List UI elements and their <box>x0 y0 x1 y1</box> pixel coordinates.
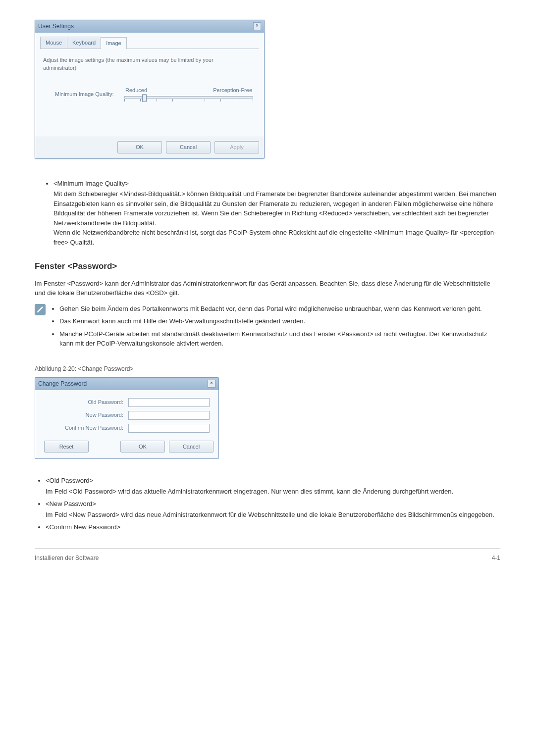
ok-button[interactable]: OK <box>117 141 162 153</box>
dialog-button-row: OK Cancel Apply <box>35 137 264 158</box>
dialog-titlebar: User Settings × <box>35 20 264 33</box>
tab-mouse[interactable]: Mouse <box>40 37 67 49</box>
tab-keyboard[interactable]: Keyboard <box>67 37 101 49</box>
list-item: Gehen Sie beim Ändern des Portalkennwort… <box>59 304 500 314</box>
close-icon[interactable]: × <box>208 380 215 388</box>
list-item: Manche PCoIP-Geräte arbeiten mit standar… <box>59 329 500 349</box>
bullet-body: Im Feld <New Password> wird das neue Adm… <box>46 511 494 518</box>
reset-button[interactable]: Reset <box>44 441 89 453</box>
change-password-dialog: Change Password × Old Password: New Pass… <box>35 377 219 459</box>
bullet-title: <Minimum Image Quality> <box>54 179 500 189</box>
footer-left: Installieren der Software <box>35 554 99 562</box>
list-item: <Minimum Image Quality> Mit dem Schieber… <box>54 179 500 248</box>
form-row-confirm-password: Confirm New Password: <box>38 422 215 435</box>
list-item: Das Kennwort kann auch mit Hilfe der Web… <box>59 316 500 326</box>
bullet-title: <Confirm New Password> <box>46 522 500 532</box>
bullet-title: <Old Password> <box>46 476 500 486</box>
new-password-label: New Password: <box>44 411 128 419</box>
new-password-input[interactable] <box>128 411 210 420</box>
old-password-label: Old Password: <box>44 398 128 406</box>
note-icon <box>35 304 46 315</box>
bullet-body: Im Feld <Old Password> wird das aktuelle… <box>46 488 453 495</box>
callout-list: Gehen Sie beim Ändern des Portalkennwort… <box>51 304 500 352</box>
list-item: <Confirm New Password> <box>46 522 500 532</box>
dialog-title: Change Password <box>38 379 87 388</box>
slider-row: Minimum Image Quality: Reduced Perceptio… <box>40 86 259 132</box>
page-footer: Installieren der Software 4-1 <box>35 554 500 562</box>
slider-min-label: Reduced <box>125 86 147 95</box>
settings-note: Adjust the image settings (the maximum v… <box>43 56 241 72</box>
list-item: <Old Password> Im Feld <Old Password> wi… <box>46 476 500 496</box>
section-intro: Im Fenster <Password> kann der Administr… <box>35 279 500 298</box>
slider-thumb[interactable] <box>142 94 147 102</box>
cancel-button[interactable]: Cancel <box>166 141 211 153</box>
confirm-password-label: Confirm New Password: <box>44 424 128 432</box>
confirm-password-input[interactable] <box>128 424 210 433</box>
footer-divider <box>35 548 500 549</box>
section-heading: Fenster <Password> <box>35 260 500 273</box>
image-quality-bullets: <Minimum Image Quality> Mit dem Schieber… <box>35 179 500 248</box>
form-row-old-password: Old Password: <box>38 396 215 409</box>
close-icon[interactable]: × <box>253 22 261 30</box>
bullet-body: Wenn die Netzwerkbandbreite nicht beschr… <box>54 229 496 246</box>
note-callout: Gehen Sie beim Ändern des Portalkennwort… <box>35 304 500 352</box>
ok-button[interactable]: OK <box>120 441 165 453</box>
dialog-titlebar: Change Password × <box>35 378 218 390</box>
dialog-button-row: Reset OK Cancel <box>35 437 218 459</box>
dialog-title: User Settings <box>38 22 74 31</box>
figure-caption: Abbildung 2-20: <Change Password> <box>35 364 500 373</box>
dialog-body: Old Password: New Password: Confirm New … <box>35 390 218 437</box>
user-settings-dialog: User Settings × Mouse Keyboard Image Adj… <box>35 20 265 159</box>
dialog-body: Mouse Keyboard Image Adjust the image se… <box>35 33 264 137</box>
form-row-new-password: New Password: <box>38 409 215 422</box>
apply-button[interactable]: Apply <box>214 141 259 153</box>
old-password-input[interactable] <box>128 398 210 407</box>
password-field-bullets: <Old Password> Im Feld <Old Password> wi… <box>35 476 500 532</box>
slider-max-label: Perception-Free <box>213 86 252 95</box>
bullet-body: Mit dem Schieberegler <Mindest-Bildquali… <box>54 190 496 227</box>
image-quality-slider[interactable] <box>124 95 253 102</box>
slider-label: Minimum Image Quality: <box>55 90 124 99</box>
tab-image[interactable]: Image <box>101 37 127 49</box>
bullet-title: <New Password> <box>46 499 500 509</box>
footer-right: 4-1 <box>492 554 500 562</box>
slider-container: Reduced Perception-Free <box>124 86 253 102</box>
tab-strip: Mouse Keyboard Image <box>40 37 259 49</box>
list-item: <New Password> Im Feld <New Password> wi… <box>46 499 500 519</box>
cancel-button[interactable]: Cancel <box>169 441 214 453</box>
